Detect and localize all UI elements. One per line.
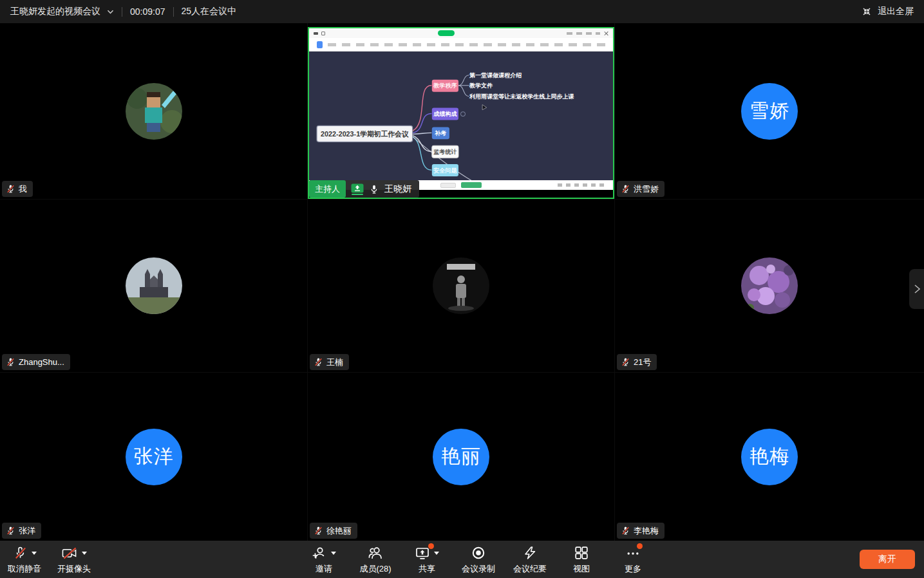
camera-off-icon (61, 546, 78, 561)
video-tile-participant[interactable]: 张洋 张洋 (0, 373, 307, 541)
avatar-initials: 雪娇 (741, 83, 798, 140)
app-badge (438, 30, 455, 36)
video-tile-screenshare[interactable]: 2022-2023-1学期初工作会议 教学秩序 成绩构成 补考 监考统计 安全问… (308, 23, 614, 199)
record-label: 会议录制 (462, 563, 495, 575)
avatar (433, 257, 489, 314)
next-page-button[interactable] (909, 269, 924, 309)
svg-text:成绩构成: 成绩构成 (433, 111, 457, 117)
video-tile-participant[interactable]: 雪娇 洪雪娇 (615, 23, 924, 199)
mic-muted-icon (6, 357, 15, 367)
shared-app-toolbar (309, 38, 613, 51)
invite-person-icon (312, 545, 327, 561)
chevron-down-icon[interactable] (32, 552, 37, 555)
avatar-initials: 张洋 (126, 429, 182, 485)
shared-app-titlebar (309, 28, 613, 38)
app-menu-icon (314, 32, 318, 35)
svg-text:教学秩序: 教学秩序 (433, 82, 457, 89)
svg-text:教学文件: 教学文件 (469, 82, 493, 89)
app-account-text (567, 32, 600, 35)
participant-name-chip: 张洋 (2, 523, 41, 539)
notes-label: 会议纪要 (513, 563, 547, 575)
record-button[interactable]: 会议录制 (453, 545, 504, 575)
members-icon (368, 545, 383, 561)
app-toolbar-items (328, 43, 605, 46)
avatar-photo (741, 257, 798, 314)
meeting-title-bar: 王晓妍发起的视频会议 00:09:07 25人在会议中 退出全屏 (0, 0, 924, 23)
mic-muted-icon (314, 526, 323, 536)
participant-count: 25人在会议中 (182, 6, 237, 17)
svg-text:利用雨课堂等让未返校学生线上同步上课: 利用雨课堂等让未返校学生线上同步上课 (469, 93, 574, 100)
app-zoom-controls (558, 183, 608, 187)
video-tile-participant[interactable]: ZhangShu... (0, 200, 307, 372)
video-tile-me[interactable]: 我 (0, 23, 307, 199)
avatar-photo (126, 83, 182, 140)
avatar (126, 257, 182, 314)
mic-muted-icon (13, 546, 28, 561)
video-tile-participant[interactable]: 艳丽 徐艳丽 (308, 373, 614, 541)
participant-name-chip: ZhangShu... (2, 354, 70, 370)
avatar-initials: 艳梅 (741, 429, 798, 485)
participant-name-chip: 21号 (617, 354, 657, 370)
meeting-title-dropdown[interactable]: 王晓妍发起的视频会议 (10, 6, 114, 17)
participant-name: 徐艳丽 (326, 527, 352, 535)
invite-button[interactable]: 邀请 (298, 545, 350, 575)
app-confirm-button (461, 182, 482, 188)
invite-label: 邀请 (316, 563, 332, 575)
video-tile-participant[interactable]: 艳梅 李艳梅 (615, 373, 924, 541)
more-button[interactable]: 更多 (607, 545, 659, 575)
avatar (126, 83, 182, 140)
participant-name: ZhangShu... (19, 358, 64, 366)
members-button[interactable]: 成员(28) (350, 545, 401, 575)
chevron-down-icon[interactable] (331, 552, 336, 555)
chevron-down-icon[interactable] (82, 552, 87, 555)
app-window-icon (321, 32, 325, 35)
app-tool-icon (317, 41, 323, 48)
meeting-notes-button[interactable]: 会议纪要 (504, 545, 556, 575)
participant-name: 洪雪娇 (634, 185, 659, 193)
exit-fullscreen-button[interactable]: 退出全屏 (862, 6, 914, 17)
participant-name: 我 (19, 185, 27, 193)
chevron-right-icon (912, 283, 921, 295)
leave-meeting-button[interactable]: 离开 (860, 550, 915, 569)
video-tile-participant[interactable]: 王楠 (308, 200, 614, 372)
more-label: 更多 (625, 563, 641, 575)
participant-name-chip: 李艳梅 (617, 523, 665, 539)
participant-name: 李艳梅 (634, 527, 659, 535)
camera-on-button[interactable]: 开摄像头 (52, 545, 97, 575)
video-tile-participant[interactable]: 21号 (615, 200, 924, 372)
view-layout-button[interactable]: 视图 (556, 545, 607, 575)
camera-label: 开摄像头 (57, 563, 91, 575)
avatar-initials: 艳丽 (433, 429, 489, 485)
presenter-name: 王晓妍 (384, 183, 411, 195)
mic-muted-icon (6, 184, 15, 194)
participant-name-chip: 徐艳丽 (310, 523, 357, 539)
notification-dot (637, 543, 643, 549)
record-icon (471, 545, 486, 561)
close-icon (603, 31, 608, 36)
unmute-button[interactable]: 取消静音 (4, 545, 45, 575)
participant-name: 21号 (634, 358, 651, 366)
mic-muted-icon (621, 526, 630, 536)
view-label: 视图 (573, 563, 590, 575)
app-window-controls (567, 31, 608, 36)
meeting-toolbar: 取消静音 开摄像头 邀请 (0, 541, 924, 578)
svg-text:监考统计: 监考统计 (433, 149, 457, 155)
chevron-down-icon[interactable] (434, 552, 439, 555)
svg-text:第一堂课做课程介绍: 第一堂课做课程介绍 (469, 72, 522, 79)
mindmap-root-label: 2022-2023-1学期初工作会议 (321, 130, 410, 138)
chevron-down-icon (107, 10, 114, 14)
meeting-title: 王晓妍发起的视频会议 (10, 6, 100, 17)
unmute-label: 取消静音 (8, 563, 41, 575)
mic-muted-icon (314, 357, 323, 367)
notification-dot (428, 543, 434, 549)
mic-muted-icon (6, 526, 15, 536)
app-cancel-button (440, 183, 456, 188)
host-badge: 主持人 (309, 180, 346, 198)
mindmap-canvas: 2022-2023-1学期初工作会议 教学秩序 成绩构成 补考 监考统计 安全问… (309, 51, 613, 180)
meeting-timer: 00:09:07 (130, 6, 165, 17)
participant-name-chip: 洪雪娇 (617, 181, 665, 197)
participant-name: 王楠 (326, 358, 343, 366)
presenter-info-bar: 主持人 王晓妍 (309, 180, 419, 198)
share-screen-button[interactable]: 共享 (401, 545, 453, 575)
members-label: 成员(28) (359, 563, 391, 575)
